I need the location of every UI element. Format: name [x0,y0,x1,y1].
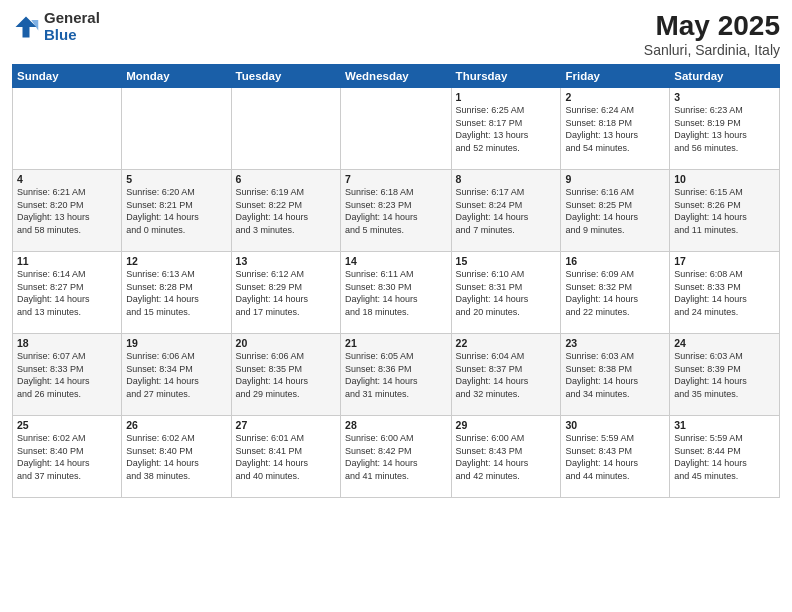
day-number: 15 [456,255,557,267]
day-number: 10 [674,173,775,185]
calendar-cell [341,88,452,170]
calendar-cell: 10Sunrise: 6:15 AMSunset: 8:26 PMDayligh… [670,170,780,252]
day-number: 8 [456,173,557,185]
day-number: 26 [126,419,226,431]
col-saturday: Saturday [670,65,780,88]
day-number: 24 [674,337,775,349]
calendar-cell: 1Sunrise: 6:25 AMSunset: 8:17 PMDaylight… [451,88,561,170]
day-info: Sunrise: 6:03 AMSunset: 8:38 PMDaylight:… [565,350,665,400]
day-number: 5 [126,173,226,185]
calendar-cell: 15Sunrise: 6:10 AMSunset: 8:31 PMDayligh… [451,252,561,334]
calendar-cell: 19Sunrise: 6:06 AMSunset: 8:34 PMDayligh… [122,334,231,416]
calendar-cell: 18Sunrise: 6:07 AMSunset: 8:33 PMDayligh… [13,334,122,416]
calendar-cell [13,88,122,170]
day-number: 18 [17,337,117,349]
calendar-header-row: Sunday Monday Tuesday Wednesday Thursday… [13,65,780,88]
calendar-week-3: 11Sunrise: 6:14 AMSunset: 8:27 PMDayligh… [13,252,780,334]
col-sunday: Sunday [13,65,122,88]
calendar-cell: 6Sunrise: 6:19 AMSunset: 8:22 PMDaylight… [231,170,340,252]
day-number: 29 [456,419,557,431]
calendar-cell: 25Sunrise: 6:02 AMSunset: 8:40 PMDayligh… [13,416,122,498]
page: General Blue May 2025 Sanluri, Sardinia,… [0,0,792,612]
day-info: Sunrise: 6:05 AMSunset: 8:36 PMDaylight:… [345,350,447,400]
day-number: 27 [236,419,336,431]
header: General Blue May 2025 Sanluri, Sardinia,… [12,10,780,58]
day-number: 17 [674,255,775,267]
calendar-cell: 17Sunrise: 6:08 AMSunset: 8:33 PMDayligh… [670,252,780,334]
calendar-cell: 9Sunrise: 6:16 AMSunset: 8:25 PMDaylight… [561,170,670,252]
calendar-table: Sunday Monday Tuesday Wednesday Thursday… [12,64,780,498]
day-number: 4 [17,173,117,185]
day-number: 21 [345,337,447,349]
day-info: Sunrise: 6:18 AMSunset: 8:23 PMDaylight:… [345,186,447,236]
day-info: Sunrise: 6:03 AMSunset: 8:39 PMDaylight:… [674,350,775,400]
col-wednesday: Wednesday [341,65,452,88]
day-info: Sunrise: 6:07 AMSunset: 8:33 PMDaylight:… [17,350,117,400]
calendar-cell: 30Sunrise: 5:59 AMSunset: 8:43 PMDayligh… [561,416,670,498]
day-number: 6 [236,173,336,185]
day-info: Sunrise: 6:21 AMSunset: 8:20 PMDaylight:… [17,186,117,236]
day-info: Sunrise: 6:10 AMSunset: 8:31 PMDaylight:… [456,268,557,318]
day-number: 30 [565,419,665,431]
calendar-cell: 24Sunrise: 6:03 AMSunset: 8:39 PMDayligh… [670,334,780,416]
day-info: Sunrise: 6:08 AMSunset: 8:33 PMDaylight:… [674,268,775,318]
day-number: 20 [236,337,336,349]
col-friday: Friday [561,65,670,88]
day-info: Sunrise: 6:25 AMSunset: 8:17 PMDaylight:… [456,104,557,154]
calendar-cell: 12Sunrise: 6:13 AMSunset: 8:28 PMDayligh… [122,252,231,334]
day-info: Sunrise: 6:09 AMSunset: 8:32 PMDaylight:… [565,268,665,318]
day-info: Sunrise: 6:01 AMSunset: 8:41 PMDaylight:… [236,432,336,482]
col-thursday: Thursday [451,65,561,88]
col-monday: Monday [122,65,231,88]
calendar-cell: 16Sunrise: 6:09 AMSunset: 8:32 PMDayligh… [561,252,670,334]
day-number: 12 [126,255,226,267]
day-number: 28 [345,419,447,431]
calendar-cell: 20Sunrise: 6:06 AMSunset: 8:35 PMDayligh… [231,334,340,416]
day-info: Sunrise: 6:14 AMSunset: 8:27 PMDaylight:… [17,268,117,318]
calendar-cell [231,88,340,170]
logo-general-label: General [44,10,100,27]
day-info: Sunrise: 6:17 AMSunset: 8:24 PMDaylight:… [456,186,557,236]
day-number: 22 [456,337,557,349]
day-number: 13 [236,255,336,267]
day-info: Sunrise: 6:20 AMSunset: 8:21 PMDaylight:… [126,186,226,236]
day-number: 19 [126,337,226,349]
day-number: 25 [17,419,117,431]
day-info: Sunrise: 6:06 AMSunset: 8:34 PMDaylight:… [126,350,226,400]
calendar-cell: 5Sunrise: 6:20 AMSunset: 8:21 PMDaylight… [122,170,231,252]
calendar-cell: 4Sunrise: 6:21 AMSunset: 8:20 PMDaylight… [13,170,122,252]
day-number: 14 [345,255,447,267]
calendar-cell: 28Sunrise: 6:00 AMSunset: 8:42 PMDayligh… [341,416,452,498]
calendar-cell: 3Sunrise: 6:23 AMSunset: 8:19 PMDaylight… [670,88,780,170]
day-number: 16 [565,255,665,267]
day-info: Sunrise: 6:04 AMSunset: 8:37 PMDaylight:… [456,350,557,400]
calendar-week-2: 4Sunrise: 6:21 AMSunset: 8:20 PMDaylight… [13,170,780,252]
day-info: Sunrise: 6:19 AMSunset: 8:22 PMDaylight:… [236,186,336,236]
day-info: Sunrise: 6:02 AMSunset: 8:40 PMDaylight:… [126,432,226,482]
calendar-cell: 8Sunrise: 6:17 AMSunset: 8:24 PMDaylight… [451,170,561,252]
calendar-cell: 29Sunrise: 6:00 AMSunset: 8:43 PMDayligh… [451,416,561,498]
calendar-cell: 21Sunrise: 6:05 AMSunset: 8:36 PMDayligh… [341,334,452,416]
logo-icon [12,13,40,41]
day-info: Sunrise: 6:06 AMSunset: 8:35 PMDaylight:… [236,350,336,400]
day-number: 11 [17,255,117,267]
day-info: Sunrise: 6:13 AMSunset: 8:28 PMDaylight:… [126,268,226,318]
calendar-cell: 7Sunrise: 6:18 AMSunset: 8:23 PMDaylight… [341,170,452,252]
calendar-week-1: 1Sunrise: 6:25 AMSunset: 8:17 PMDaylight… [13,88,780,170]
day-number: 31 [674,419,775,431]
day-info: Sunrise: 6:24 AMSunset: 8:18 PMDaylight:… [565,104,665,154]
day-info: Sunrise: 6:00 AMSunset: 8:42 PMDaylight:… [345,432,447,482]
svg-marker-0 [16,16,37,37]
day-number: 9 [565,173,665,185]
day-info: Sunrise: 6:23 AMSunset: 8:19 PMDaylight:… [674,104,775,154]
day-info: Sunrise: 6:11 AMSunset: 8:30 PMDaylight:… [345,268,447,318]
calendar-cell [122,88,231,170]
day-info: Sunrise: 5:59 AMSunset: 8:44 PMDaylight:… [674,432,775,482]
logo: General Blue [12,10,100,43]
calendar-cell: 13Sunrise: 6:12 AMSunset: 8:29 PMDayligh… [231,252,340,334]
day-info: Sunrise: 6:02 AMSunset: 8:40 PMDaylight:… [17,432,117,482]
day-number: 3 [674,91,775,103]
day-number: 1 [456,91,557,103]
logo-blue-label: Blue [44,27,100,44]
day-number: 7 [345,173,447,185]
